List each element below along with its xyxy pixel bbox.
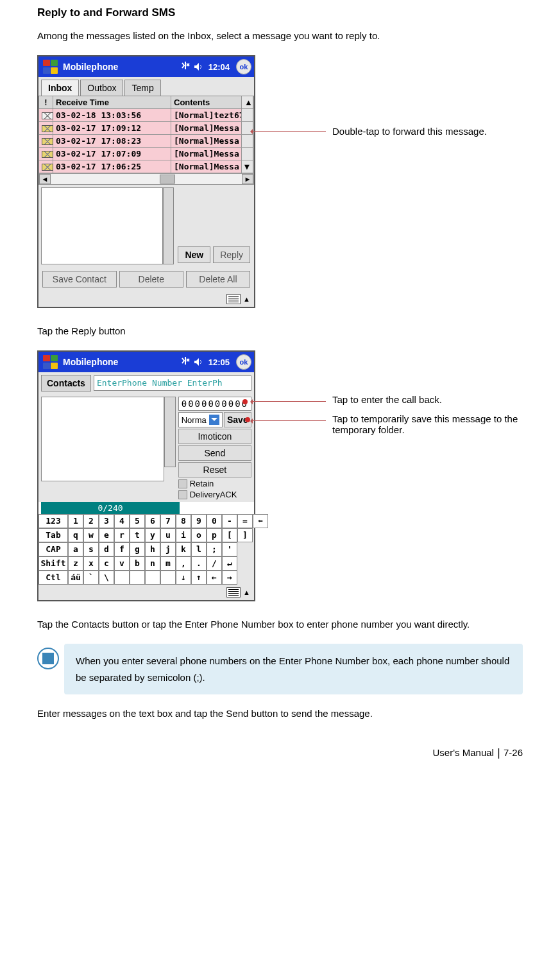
key[interactable]: 8 — [176, 514, 191, 528]
save-contact-button[interactable]: Save Contact — [42, 271, 117, 288]
scroll-left-arrow[interactable]: ◄ — [39, 174, 51, 184]
tab-outbox[interactable]: Outbox — [80, 80, 123, 96]
key[interactable]: ' — [222, 542, 237, 556]
key[interactable]: ] — [237, 528, 253, 542]
key[interactable]: a — [68, 542, 83, 556]
keyboard-icon[interactable] — [226, 294, 241, 304]
key[interactable]: Ctl — [38, 571, 68, 585]
preview-scrollbar[interactable] — [163, 187, 174, 264]
message-textarea[interactable] — [41, 397, 164, 481]
key[interactable]: q — [68, 528, 83, 542]
ok-button[interactable]: ok — [236, 59, 251, 74]
key[interactable]: p — [207, 528, 222, 542]
key[interactable]: 3 — [99, 514, 114, 528]
key[interactable]: ↑ — [191, 571, 207, 585]
table-row[interactable]: 03-02-17 17:08:23[Normal]Messa — [39, 135, 253, 148]
key[interactable]: n — [145, 556, 160, 571]
delete-all-button[interactable]: Delete All — [186, 271, 250, 288]
key[interactable]: \ — [99, 571, 114, 585]
vscroll-track[interactable] — [242, 109, 253, 121]
vscroll-track[interactable] — [242, 148, 253, 160]
start-icon[interactable] — [42, 354, 59, 370]
key[interactable]: = — [237, 514, 253, 528]
delete-button[interactable]: Delete — [119, 271, 183, 288]
imoticon-button[interactable]: Imoticon — [178, 429, 251, 444]
scroll-right-arrow[interactable]: ► — [242, 174, 253, 184]
horizontal-scrollbar[interactable]: ◄ ► — [38, 173, 254, 185]
key[interactable]: u — [160, 528, 176, 542]
key[interactable]: ; — [207, 542, 222, 556]
vscroll-track[interactable]: ▼ — [242, 160, 253, 173]
keyboard-icon[interactable] — [226, 587, 241, 598]
preview-textarea[interactable] — [41, 187, 163, 264]
key[interactable]: 123 — [38, 514, 68, 528]
retain-checkbox[interactable] — [178, 479, 187, 488]
key[interactable]: 9 — [191, 514, 207, 528]
new-button[interactable]: New — [178, 246, 210, 263]
delivery-ack-checkbox[interactable] — [178, 490, 187, 499]
key[interactable]: m — [160, 556, 176, 571]
key[interactable]: s — [83, 542, 99, 556]
key[interactable]: 6 — [145, 514, 160, 528]
key[interactable]: 4 — [114, 514, 130, 528]
key[interactable]: / — [207, 556, 222, 571]
table-row[interactable]: 03-02-17 17:06:25[Normal]Messa▼ — [39, 160, 253, 173]
key[interactable] — [114, 571, 130, 585]
key[interactable]: ↵ — [222, 556, 237, 571]
key[interactable]: CAP — [38, 542, 68, 556]
key[interactable]: j — [160, 542, 176, 556]
key[interactable]: c — [99, 556, 114, 571]
key[interactable]: → — [222, 571, 237, 585]
tab-temp[interactable]: Temp — [124, 80, 160, 96]
key[interactable]: 5 — [130, 514, 145, 528]
reset-button[interactable]: Reset — [178, 462, 251, 478]
key[interactable]: - — [222, 514, 237, 528]
key[interactable]: ⬅ — [253, 514, 268, 528]
key[interactable]: ` — [83, 571, 99, 585]
key[interactable]: d — [99, 542, 114, 556]
onscreen-keyboard[interactable]: 1231234567890-=⬅Tabqwertyuiop[]CAPasdfgh… — [38, 514, 254, 585]
type-select[interactable]: Norma — [178, 412, 223, 427]
key[interactable]: b — [130, 556, 145, 571]
key[interactable]: ← — [207, 571, 222, 585]
key[interactable]: 2 — [83, 514, 99, 528]
tab-inbox[interactable]: Inbox — [41, 80, 79, 96]
scroll-up-arrow[interactable]: ▲ — [242, 96, 253, 108]
key[interactable]: 1 — [68, 514, 83, 528]
key[interactable] — [130, 571, 145, 585]
send-button[interactable]: Send — [178, 445, 251, 461]
key[interactable]: g — [130, 542, 145, 556]
table-row[interactable]: 03-02-17 17:09:12[Normal]Messa — [39, 122, 253, 135]
contacts-button[interactable]: Contacts — [41, 375, 91, 391]
key[interactable]: l — [191, 542, 207, 556]
key[interactable]: t — [130, 528, 145, 542]
key[interactable]: f — [114, 542, 130, 556]
key[interactable]: x — [83, 556, 99, 571]
callback-number-input[interactable]: 0000000000 — [178, 397, 251, 411]
key[interactable]: k — [176, 542, 191, 556]
sip-up-arrow[interactable]: ▲ — [243, 295, 250, 303]
sip-up-arrow[interactable]: ▲ — [243, 589, 250, 596]
key[interactable]: 7 — [160, 514, 176, 528]
key[interactable]: ↓ — [176, 571, 191, 585]
phone-number-input[interactable]: EnterPhone Number EnterPh — [94, 375, 251, 391]
key[interactable]: Shift — [38, 556, 68, 571]
table-row[interactable]: 03-02-18 13:03:56[Normal]tezt67 — [39, 109, 253, 122]
key[interactable]: v — [114, 556, 130, 571]
key[interactable]: r — [114, 528, 130, 542]
key[interactable]: Tab — [38, 528, 68, 542]
key[interactable]: w — [83, 528, 99, 542]
key[interactable]: . — [191, 556, 207, 571]
key[interactable]: e — [99, 528, 114, 542]
reply-button[interactable]: Reply — [213, 246, 250, 263]
scroll-thumb[interactable] — [160, 175, 175, 184]
key[interactable]: 0 — [207, 514, 222, 528]
key[interactable]: áü — [68, 571, 83, 585]
ok-button[interactable]: ok — [236, 354, 251, 370]
key[interactable] — [160, 571, 176, 585]
key[interactable]: o — [191, 528, 207, 542]
start-icon[interactable] — [42, 59, 59, 74]
table-row[interactable]: 03-02-17 17:07:09[Normal]Messa — [39, 148, 253, 160]
key[interactable]: h — [145, 542, 160, 556]
key[interactable]: [ — [222, 528, 237, 542]
